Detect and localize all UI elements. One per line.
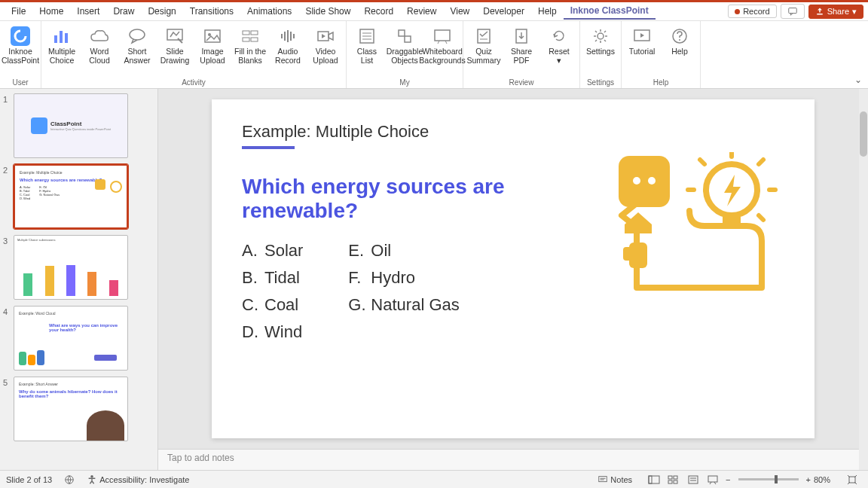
energy-graphic: [611, 152, 784, 318]
svg-rect-11: [251, 31, 258, 35]
svg-point-47: [633, 177, 640, 185]
menu-design[interactable]: Design: [141, 4, 182, 19]
fill-blanks-button[interactable]: Fill in theBlanks: [231, 24, 269, 78]
inknoe-classpoint-icon: [11, 26, 30, 47]
svg-rect-46: [619, 156, 670, 207]
class-list-button[interactable]: ClassList: [348, 24, 386, 78]
reset-button[interactable]: Reset▾: [540, 24, 578, 78]
collapse-ribbon-icon[interactable]: ⌄: [854, 75, 862, 85]
reading-view-button[interactable]: [684, 473, 702, 486]
thumb-title: Example: Word Cloud: [19, 311, 123, 316]
audio-record-button[interactable]: AudioRecord: [269, 24, 307, 78]
notes-toggle[interactable]: Notes: [598, 474, 632, 485]
word-cloud-icon: [90, 26, 109, 47]
thumbnail-slide-3[interactable]: Multiple Choice submissions: [14, 235, 128, 300]
menu-transitions[interactable]: Transitions: [183, 4, 240, 19]
menu-classpoint[interactable]: Inknoe ClassPoint: [564, 3, 656, 20]
thumb-number: 1: [3, 93, 14, 158]
slide-question: Which energy sources are renewable?: [242, 175, 513, 223]
menu-slideshow[interactable]: Slide Show: [298, 4, 357, 19]
zoom-in-button[interactable]: +: [806, 475, 811, 484]
help-button[interactable]: Help: [661, 24, 698, 78]
menu-insert[interactable]: Insert: [70, 4, 106, 19]
choice-E: E.Oil: [348, 241, 459, 261]
thumbnail-slide-5[interactable]: Example: Short AnswerWhy do some animals…: [14, 377, 128, 441]
inknoe-classpoint-button[interactable]: InknoeClassPoint: [2, 24, 39, 78]
language-button[interactable]: [64, 474, 75, 485]
globe-icon: [64, 474, 75, 485]
image-upload-label: ImageUpload: [200, 47, 225, 65]
record-button[interactable]: Record: [728, 5, 776, 18]
video-upload-button[interactable]: VideoUpload: [307, 24, 344, 78]
editor-area: Example: Multiple Choice Which energy so…: [158, 89, 868, 470]
ribbon-group-label: Review: [465, 78, 578, 88]
zoom-handle[interactable]: [775, 475, 778, 483]
class-list-icon: [359, 26, 375, 47]
svg-rect-0: [788, 8, 796, 14]
menu-help[interactable]: Help: [531, 4, 564, 19]
svg-line-37: [595, 31, 597, 32]
scrollbar-thumb[interactable]: [860, 111, 867, 157]
title-underline: [242, 146, 295, 149]
whiteboard-backgrounds-button[interactable]: WhiteboardBackgrounds: [423, 24, 461, 78]
share-label: Share: [827, 7, 849, 16]
svg-rect-3: [54, 35, 57, 43]
slide-drawing-icon: [166, 26, 184, 47]
zoom-out-button[interactable]: −: [726, 475, 730, 484]
menu-animations[interactable]: Animations: [240, 4, 298, 19]
svg-point-32: [598, 33, 604, 39]
menu-review[interactable]: Review: [400, 4, 443, 19]
menu-developer[interactable]: Developer: [476, 4, 531, 19]
accessibility-button[interactable]: Accessibility: Investigate: [87, 474, 189, 485]
svg-line-39: [595, 40, 597, 41]
comments-button[interactable]: [781, 4, 805, 19]
bear-graphic: [87, 410, 124, 441]
thumbnail-slide-1[interactable]: ClassPointInteractive Quiz Questions ins…: [14, 93, 128, 158]
thumb-number: 4: [3, 306, 14, 371]
slideshow-view-button[interactable]: [704, 473, 722, 486]
svg-rect-65: [668, 476, 672, 479]
workspace: 1ClassPointInteractive Quiz Questions in…: [0, 89, 868, 470]
zoom-level[interactable]: 80%: [814, 475, 830, 484]
tutorial-icon: [633, 26, 651, 47]
choice-text: Solar: [264, 241, 303, 260]
quiz-summary-button[interactable]: QuizSummary: [465, 24, 503, 78]
menu-file[interactable]: File: [5, 4, 32, 19]
settings-label: Settings: [586, 47, 615, 56]
current-slide[interactable]: Example: Multiple Choice Which energy so…: [212, 99, 815, 438]
draggable-objects-button[interactable]: DraggableObjects: [386, 24, 423, 78]
thumbnail-panel[interactable]: 1ClassPointInteractive Quiz Questions in…: [0, 89, 158, 470]
choice-D: D.Wind: [242, 322, 303, 342]
menu-record[interactable]: Record: [357, 4, 400, 19]
thumbnail-slide-4[interactable]: Example: Word CloudWhat are ways you can…: [14, 306, 128, 371]
tutorial-button[interactable]: Tutorial: [623, 24, 661, 78]
svg-rect-66: [674, 476, 677, 479]
choice-letter: C.: [242, 295, 264, 315]
normal-view-button[interactable]: [645, 473, 663, 486]
ribbon-group-label: Activity: [43, 78, 344, 88]
reset-label: Reset▾: [549, 47, 569, 65]
vertical-scrollbar[interactable]: [859, 89, 868, 449]
image-upload-button[interactable]: ImageUpload: [194, 24, 231, 78]
share-pdf-button[interactable]: SharePDF: [503, 24, 540, 78]
slide-canvas-area: Example: Multiple Choice Which energy so…: [158, 89, 868, 449]
notes-pane[interactable]: Tap to add notes: [158, 449, 868, 470]
whiteboard-backgrounds-icon: [433, 26, 451, 47]
zoom-slider[interactable]: [738, 478, 799, 480]
slide-counter[interactable]: Slide 2 of 13: [6, 475, 52, 484]
share-button[interactable]: Share▾: [808, 5, 863, 19]
short-answer-button[interactable]: ShortAnswer: [118, 24, 156, 78]
multiple-choice-button[interactable]: MultipleChoice: [43, 24, 81, 78]
word-cloud-button[interactable]: WordCloud: [81, 24, 118, 78]
menu-view[interactable]: View: [443, 4, 476, 19]
settings-button[interactable]: Settings: [582, 24, 619, 78]
sorter-view-button[interactable]: [665, 473, 683, 486]
menu-draw[interactable]: Draw: [106, 4, 141, 19]
slide-drawing-button[interactable]: SlideDrawing: [156, 24, 194, 78]
thumbnail-slide-2[interactable]: Example: Multiple ChoiceWhich energy sou…: [14, 164, 128, 229]
image-upload-icon: [203, 26, 222, 47]
fit-window-button[interactable]: [843, 473, 861, 486]
menu-home[interactable]: Home: [32, 4, 70, 19]
quiz-summary-icon: [475, 26, 492, 47]
choice-B: B.Tidal: [242, 268, 303, 288]
